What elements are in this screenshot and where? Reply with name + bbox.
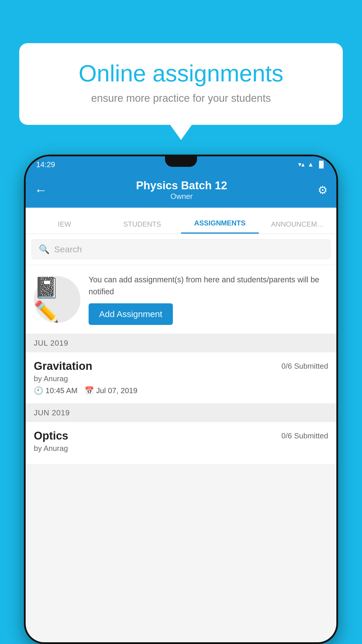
assignment-meta: 🕙 10:45 AM 📅 Jul 07, 2019 [34,386,328,395]
assignment-item-gravitation[interactable]: Gravitation 0/6 Submitted by Anurag 🕙 10… [26,352,336,404]
promo-content: You can add assignment(s) from here and … [89,274,328,325]
section-header-jul: JUL 2019 [26,334,336,352]
promo-section: 📓✏️ You can add assignment(s) from here … [26,265,336,334]
promo-icon-circle: 📓✏️ [34,276,80,323]
status-icons: ▾▴ ▲ ▐▌ [298,161,326,168]
phone-frame: 14:29 ▾▴ ▲ ▐▌ ← Physics Batch 12 Owner ⚙… [24,155,338,644]
search-icon: 🔍 [39,244,50,254]
clock-icon: 🕙 [34,386,43,395]
app-bar-title-group: Physics Batch 12 Owner [53,179,310,201]
app-bar-subtitle: Owner [53,192,310,201]
speech-bubble: Online assignments ensure more practice … [19,43,343,125]
tabs-bar: IEW STUDENTS ASSIGNMENTS ANNOUNCEM… [26,208,336,234]
assignment-name: Gravitation [34,360,92,372]
speech-bubble-wrapper: Online assignments ensure more practice … [19,43,343,125]
assignment-author: by Anurag [34,374,328,383]
add-assignment-button[interactable]: Add Assignment [89,303,173,325]
assignment-item-optics[interactable]: Optics 0/6 Submitted by Anurag [26,422,336,464]
assignment-author-optics: by Anurag [34,444,328,453]
calendar-icon: 📅 [85,386,94,395]
assignment-submitted-optics: 0/6 Submitted [282,431,328,440]
tab-students[interactable]: STUDENTS [103,220,181,234]
tab-assignments[interactable]: ASSIGNMENTS [181,219,259,234]
back-button[interactable]: ← [34,183,47,197]
assignment-date-value: Jul 07, 2019 [96,386,138,395]
signal-icon: ▲ [307,161,314,168]
tab-announcements[interactable]: ANNOUNCEM… [259,220,337,234]
assignment-top-row: Gravitation 0/6 Submitted [34,360,328,372]
phone-inner: 14:29 ▾▴ ▲ ▐▌ ← Physics Batch 12 Owner ⚙… [26,156,336,642]
battery-icon: ▐▌ [317,161,326,168]
search-placeholder: Search [54,244,82,254]
app-bar-title: Physics Batch 12 [53,179,310,192]
assignment-time-value: 10:45 AM [45,386,78,395]
assignment-submitted: 0/6 Submitted [282,362,328,371]
app-bar: ← Physics Batch 12 Owner ⚙ [26,173,336,208]
search-input-wrapper[interactable]: 🔍 Search [31,239,331,259]
settings-icon[interactable]: ⚙ [318,184,328,197]
tab-overview[interactable]: IEW [26,220,103,234]
assignment-time: 🕙 10:45 AM [34,386,78,395]
wifi-icon: ▾▴ [298,161,305,168]
bubble-title: Online assignments [40,61,322,86]
notebook-icon: 📓✏️ [34,276,80,323]
status-time: 14:29 [36,160,55,169]
search-container: 🔍 Search [26,234,336,265]
assignment-name-optics: Optics [34,430,68,442]
promo-text: You can add assignment(s) from here and … [89,274,328,298]
section-header-jun: JUN 2019 [26,404,336,422]
assignment-date: 📅 Jul 07, 2019 [85,386,138,395]
bubble-subtitle: ensure more practice for your students [40,92,322,104]
status-bar: 14:29 ▾▴ ▲ ▐▌ [26,156,336,173]
notch [165,156,197,167]
assignment-top-row-optics: Optics 0/6 Submitted [34,430,328,442]
